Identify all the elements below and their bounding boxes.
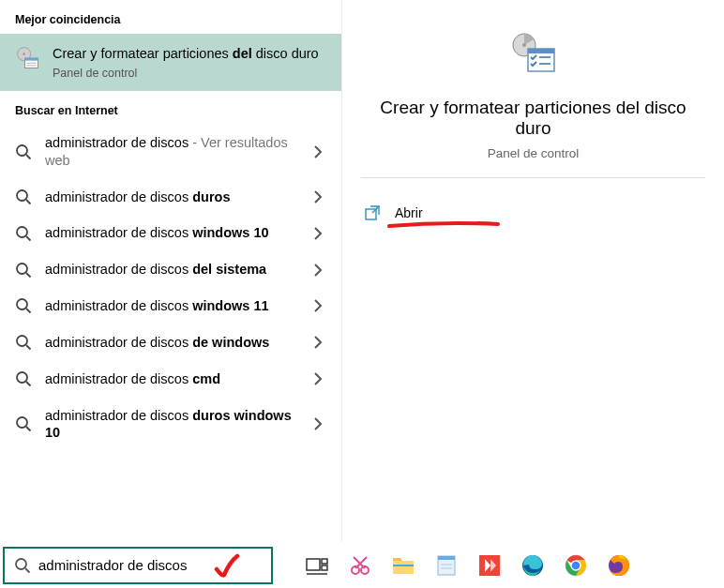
suggestion-text: administrador de discos windows 11 [45, 297, 296, 315]
svg-point-20 [17, 417, 27, 428]
search-results-panel: Mejor coincidencia Crear y formatear par… [0, 0, 342, 542]
svg-line-15 [26, 309, 31, 313]
suggestion-item[interactable]: administrador de discos windows 10 [0, 215, 341, 251]
svg-point-6 [17, 145, 27, 156]
search-icon [15, 415, 32, 432]
search-icon [15, 297, 32, 314]
chevron-right-icon [309, 225, 326, 242]
svg-line-17 [26, 345, 31, 350]
detail-title: Crear y formatear particiones del disco … [361, 98, 705, 139]
suggestion-text: administrador de discos duros windows 10 [45, 407, 296, 443]
anydesk-icon[interactable] [475, 551, 504, 580]
suggestion-item[interactable]: administrador de discos de windows [0, 324, 341, 361]
chevron-right-icon [309, 262, 326, 279]
open-label: Abrir [395, 205, 423, 220]
task-view-button[interactable] [303, 551, 331, 580]
disk-partition-icon [15, 45, 41, 71]
svg-point-18 [17, 372, 27, 383]
chevron-right-icon [309, 297, 326, 314]
file-explorer-icon[interactable] [389, 551, 417, 580]
best-match-item[interactable]: Crear y formatear particiones del disco … [0, 34, 341, 91]
disk-partition-icon [509, 28, 558, 77]
search-icon [15, 334, 32, 351]
svg-point-49 [572, 561, 581, 569]
svg-rect-38 [393, 561, 414, 574]
svg-line-21 [26, 427, 31, 431]
svg-line-19 [26, 382, 31, 386]
search-icon [14, 557, 31, 574]
suggestion-item[interactable]: administrador de discos duros windows 10 [0, 398, 341, 452]
suggestion-text: administrador de discos de windows [45, 334, 296, 352]
svg-rect-41 [438, 556, 455, 560]
detail-subtitle: Panel de control [361, 146, 705, 160]
svg-rect-32 [322, 565, 327, 570]
svg-rect-24 [528, 49, 554, 53]
chevron-right-icon [309, 188, 326, 205]
svg-point-8 [17, 190, 27, 201]
snip-sketch-icon[interactable] [346, 551, 374, 580]
chevron-right-icon [309, 370, 326, 387]
suggestion-text: administrador de discos del sistema [45, 261, 296, 279]
annotation-underline [387, 219, 500, 231]
divider [361, 177, 705, 178]
chevron-right-icon [309, 334, 326, 351]
svg-point-16 [17, 336, 27, 346]
edge-icon[interactable] [519, 551, 547, 580]
svg-point-28 [16, 559, 26, 569]
svg-point-22 [522, 43, 526, 47]
suggestion-item[interactable]: administrador de discos cmd [0, 361, 341, 398]
detail-panel: Crear y formatear particiones del disco … [342, 0, 724, 542]
suggestion-item[interactable]: administrador de discos duros [0, 179, 341, 216]
suggestion-item[interactable]: administrador de discos del sistema [0, 251, 341, 288]
svg-rect-39 [393, 565, 414, 566]
svg-rect-30 [307, 559, 320, 570]
suggestion-text: administrador de discos duros [45, 188, 296, 206]
svg-point-14 [17, 299, 27, 309]
section-internet: Buscar en Internet [0, 91, 341, 125]
open-action[interactable]: Abrir [361, 195, 705, 231]
section-best-match: Mejor coincidencia [0, 0, 341, 34]
svg-point-1 [23, 53, 25, 55]
chevron-right-icon [309, 143, 326, 160]
search-icon [15, 225, 32, 242]
suggestion-text: administrador de discos cmd [45, 370, 296, 388]
search-icon [15, 188, 32, 205]
svg-point-12 [17, 264, 27, 274]
search-box[interactable] [3, 547, 273, 584]
svg-rect-31 [322, 559, 327, 564]
svg-line-9 [26, 200, 31, 204]
svg-rect-3 [25, 58, 38, 61]
best-match-subtitle: Panel de control [53, 67, 326, 80]
search-icon [15, 262, 32, 279]
suggestion-item[interactable]: administrador de discos windows 11 [0, 288, 341, 324]
svg-line-7 [26, 155, 31, 159]
svg-point-10 [17, 227, 27, 237]
search-icon [15, 143, 32, 160]
svg-line-11 [26, 236, 31, 241]
taskbar [0, 542, 724, 588]
suggestion-text: administrador de discos windows 10 [45, 224, 296, 242]
best-match-title: Crear y formatear particiones del disco … [53, 45, 326, 63]
suggestion-item[interactable]: administrador de discos - Ver resultados… [0, 125, 341, 179]
svg-line-29 [25, 568, 30, 573]
open-icon [365, 204, 382, 221]
notepad-icon[interactable] [432, 551, 460, 580]
suggestion-text: administrador de discos - Ver resultados… [45, 134, 296, 170]
chevron-right-icon [309, 415, 326, 432]
annotation-checkmark [213, 552, 245, 580]
firefox-icon[interactable] [605, 551, 633, 580]
chrome-icon[interactable] [562, 551, 590, 580]
svg-line-13 [26, 273, 31, 278]
search-icon [15, 370, 32, 387]
